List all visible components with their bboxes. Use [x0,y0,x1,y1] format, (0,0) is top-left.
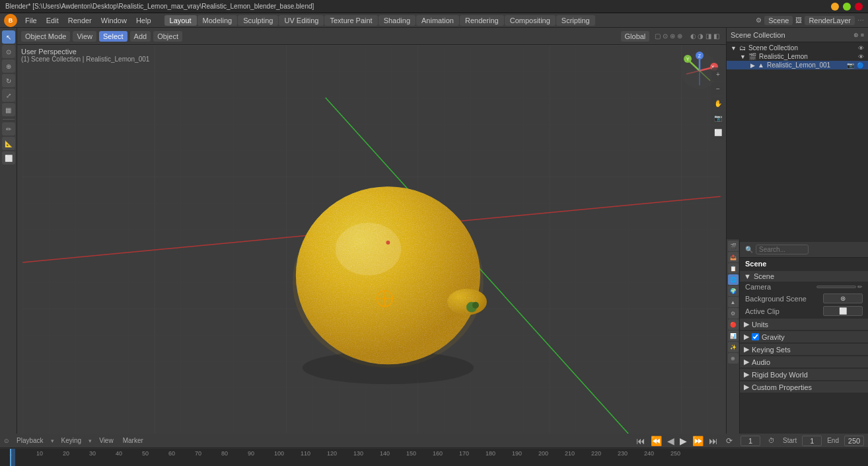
fps-indicator[interactable]: ⏱ [766,437,778,444]
world-props-button[interactable]: 🌍 [728,286,739,296]
ruler-tick-70: 70 [195,450,201,457]
jump-start-button[interactable]: ⏮ [636,436,645,446]
viewport-canvas[interactable] [17,45,726,434]
select-tool-button[interactable]: ↖ [2,30,15,44]
mesh-icon: ▲ [758,61,764,69]
physics-props-button[interactable]: ⊕ [728,353,739,364]
tab-sculpting[interactable]: Sculpting [238,15,278,26]
filter-icon[interactable]: ⊛ [853,32,859,38]
orthographic-button[interactable]: ⬜ [711,126,725,139]
close-button[interactable] [855,3,863,11]
zoom-in-button[interactable]: + [711,67,725,81]
maximize-button[interactable] [843,3,851,11]
tab-layout[interactable]: Layout [164,15,197,26]
outliner-item-realistic-lemon-001[interactable]: ▶ ▲ Realistic_Lemon_001 📷 🔵 [727,61,868,69]
render-props-button[interactable]: 🎬 [728,241,739,251]
annotate-tool-button[interactable]: ✏ [2,122,15,136]
keying-arrow: ▶ [744,345,749,354]
cursor-tool-button[interactable]: ⊙ [2,45,15,58]
empty-tool-button[interactable]: ⬜ [2,151,15,165]
menu-help[interactable]: Help [132,15,155,26]
tab-uvediting[interactable]: UV Editing [279,15,324,26]
properties-search-input[interactable] [756,245,809,254]
gravity-checkbox[interactable] [752,333,759,340]
visibility-icon[interactable]: 👁 [858,45,864,52]
camera-icon[interactable]: 📷 [847,62,854,69]
modifier-props-button[interactable]: ⚙ [728,308,739,319]
move-tool-button[interactable]: ⊕ [2,59,15,73]
audio-header[interactable]: ▶ Audio [740,356,868,368]
timeline-ruler[interactable]: 1 10 20 30 40 50 60 70 80 90 100 110 120… [0,448,868,466]
menu-render[interactable]: Render [64,15,96,26]
output-props-button[interactable]: 📤 [728,252,739,262]
menu-file[interactable]: File [21,15,41,26]
measure-tool-button[interactable]: 📐 [2,137,15,150]
reverse-play-button[interactable]: ◀ [667,436,674,446]
camera-view-button[interactable]: 📷 [711,111,725,124]
viewport[interactable]: Object Mode View Select Add Object Globa… [17,28,726,434]
ruler-tick-100: 100 [274,450,284,457]
view-layer-props-button[interactable]: 📋 [728,263,739,274]
outliner-item-realistic-lemon[interactable]: ▼ 🎬 Realistic_Lemon 👁 [727,52,868,61]
custom-props-header[interactable]: ▶ Custom Properties [740,381,868,393]
svg-point-10 [336,223,402,276]
menu-edit[interactable]: Edit [42,15,63,26]
play-button[interactable]: ▶ [680,436,687,446]
active-clip-input[interactable]: ⬜ [823,306,863,316]
hand-tool-button[interactable]: ✋ [711,97,725,110]
bg-scene-input[interactable]: ⊛ [823,293,863,303]
scale-tool-button[interactable]: ⤢ [2,89,15,102]
tab-rendering[interactable]: Rendering [460,15,504,26]
jump-end-button[interactable]: ⏭ [709,436,718,446]
options-icon[interactable]: ≡ [861,32,864,38]
transform-tool-button[interactable]: ▦ [2,103,15,116]
prev-frame-button[interactable]: ⏪ [651,436,662,446]
object-props-button[interactable]: ▲ [728,297,739,307]
start-frame-input[interactable] [802,436,822,446]
units-header[interactable]: ▶ Units [740,319,868,330]
marker-menu[interactable]: Marker [121,436,145,445]
loop-button[interactable]: ⟳ [726,436,733,446]
minimize-button[interactable] [831,3,839,11]
tab-scripting[interactable]: Scripting [556,15,595,26]
current-frame-input[interactable] [741,436,760,446]
keying-sets-section: ▶ Keying Sets [740,344,868,355]
rigid-body-header[interactable]: ▶ Rigid Body World [740,369,868,380]
keying-menu[interactable]: Keying [59,436,84,445]
camera-edit-icon[interactable]: ✏ [857,284,863,290]
outliner-item-scene-collection[interactable]: ▼ 🗂 Scene Collection 👁 [727,44,868,52]
view-menu[interactable]: View [73,31,96,42]
camera-input[interactable] [816,286,856,288]
global-local-toggle[interactable]: Global [621,31,650,42]
particles-props-button[interactable]: ✨ [728,342,739,352]
object-menu[interactable]: Object [153,31,182,42]
object-mode-dropdown[interactable]: Object Mode [21,31,70,42]
timeline-ruler-bar[interactable]: 1 10 20 30 40 50 60 70 80 90 100 110 120… [0,449,868,466]
material-props-button[interactable]: 🔴 [728,319,739,330]
tab-modeling[interactable]: Modeling [198,15,238,26]
scene-props-button[interactable]: 🌐 [728,274,739,285]
data-props-button[interactable]: 📊 [728,330,739,341]
view-menu-tl[interactable]: View [97,436,116,445]
next-frame-button[interactable]: ⏩ [692,436,704,446]
visibility-icon2[interactable]: 👁 [858,54,864,60]
scene-section-header[interactable]: ▼ Scene [740,271,868,282]
render-visibility-icon[interactable]: 🔵 [857,62,864,69]
end-frame-input[interactable] [844,436,864,446]
tab-compositing[interactable]: Compositing [505,15,556,26]
rotate-tool-button[interactable]: ↻ [2,74,15,87]
zoom-out-button[interactable]: − [711,82,725,95]
keying-sets-header[interactable]: ▶ Keying Sets [740,344,868,355]
add-menu[interactable]: Add [130,31,151,42]
menu-window[interactable]: Window [97,15,131,26]
gravity-header[interactable]: ▶ Gravity [740,331,868,342]
render-layer-label[interactable]: RenderLayer [805,16,855,25]
tab-shading[interactable]: Shading [379,15,416,26]
units-arrow: ▶ [744,320,749,329]
tab-texturepaint[interactable]: Texture Paint [324,15,377,26]
scene-label[interactable]: Scene [764,16,793,25]
tab-animation[interactable]: Animation [416,15,459,26]
playback-menu[interactable]: Playback [15,436,46,445]
select-menu[interactable]: Select [99,31,127,42]
timeline-playhead[interactable] [10,449,11,466]
